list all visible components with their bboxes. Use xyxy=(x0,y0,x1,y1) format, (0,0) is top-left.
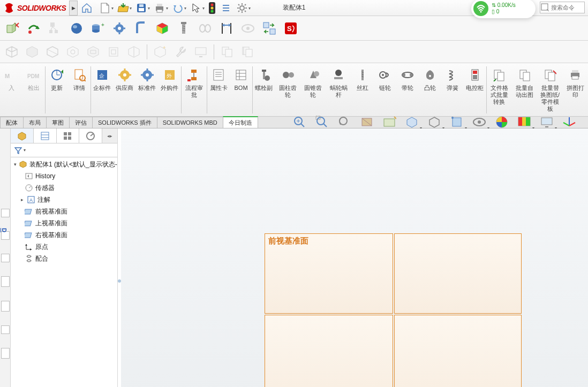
tree-node-sensor-1[interactable]: 传感器 xyxy=(11,182,117,194)
view-orient-button[interactable] xyxy=(238,18,258,39)
appearance-cube-button[interactable] xyxy=(152,18,172,39)
edit-component-button[interactable] xyxy=(2,18,22,39)
tree-node-history-0[interactable]: History xyxy=(11,170,117,182)
ribbon-print-button[interactable]: 拼图打印 xyxy=(563,63,588,117)
left-col-btn-1[interactable] xyxy=(1,209,10,217)
cube3-button[interactable] xyxy=(43,42,62,62)
ribbon-supplier-button[interactable]: 供应商 xyxy=(114,63,136,117)
feature-tree[interactable]: ▾ 装配体1 (默认<默认_显示状态-1 History传感器▸A注解前视基准面… xyxy=(11,157,117,387)
panel-tab-config[interactable] xyxy=(57,128,80,143)
undo-button[interactable]: ▾ xyxy=(169,1,187,16)
sweep-button[interactable] xyxy=(131,18,151,39)
tree-node-plane-5[interactable]: 右视基准面 xyxy=(11,229,117,241)
ribbon-purchased-button[interactable]: 外外购件 xyxy=(159,63,181,117)
cube1-button[interactable] xyxy=(2,42,21,62)
ribbon-attr-button[interactable]: 属性卡 xyxy=(207,63,230,117)
tree-filter[interactable]: ▾ xyxy=(11,143,117,157)
replace-button[interactable] xyxy=(259,18,280,39)
ribbon-bolt-button[interactable]: 螺栓副 xyxy=(253,63,275,117)
panel-tab-property[interactable] xyxy=(34,128,57,143)
home-button[interactable] xyxy=(78,1,96,16)
left-col-btn-6[interactable] xyxy=(1,325,10,334)
fastener-button[interactable] xyxy=(174,18,194,39)
open-button[interactable]: ▾ xyxy=(114,1,132,16)
tree-root[interactable]: ▾ 装配体1 (默认<默认_显示状态-1 xyxy=(11,158,117,170)
network-status-pill[interactable]: ⇅ 0.00K/s ▯ 0 xyxy=(471,0,536,18)
cube7-button[interactable] xyxy=(124,42,144,62)
cube2-button[interactable] xyxy=(22,42,42,62)
round-part-button[interactable]: + xyxy=(88,18,108,39)
print-button[interactable]: ▾ xyxy=(150,1,169,16)
cm-tab-6[interactable]: 今日制造 xyxy=(223,116,258,128)
ribbon-ecab-button[interactable]: 电控柜 xyxy=(464,63,486,117)
ribbon-std-part-button[interactable]: 标准件 xyxy=(136,63,159,117)
tree-node-mates-7[interactable]: 配合 xyxy=(11,253,117,264)
dimension-button[interactable] xyxy=(216,18,237,39)
reference-plane-grid[interactable]: 前视基准面 xyxy=(265,233,522,387)
cm-tab-2[interactable]: 草图 xyxy=(46,117,70,128)
panel-tab-arrows[interactable]: ◂▸ xyxy=(102,128,117,143)
copy-button[interactable] xyxy=(217,42,237,62)
cube4-button[interactable] xyxy=(63,42,82,62)
ribbon-fmt-button[interactable]: 文件格式批量转换 xyxy=(487,63,512,117)
ribbon-chain-button[interactable]: 链轮 xyxy=(374,63,396,117)
ribbon-auto-drw-button[interactable]: 批量自动出图 xyxy=(512,63,537,117)
ribbon-pdm-in-button[interactable]: M入 xyxy=(0,63,22,117)
gear-part-button[interactable] xyxy=(109,18,130,39)
left-col-btn-3[interactable] xyxy=(1,254,10,262)
ribbon-flow-button[interactable]: 流程审批 xyxy=(182,63,207,117)
save-button[interactable]: ▾ xyxy=(132,1,150,16)
left-col-btn-5[interactable] xyxy=(1,301,10,312)
assembly-feature-button[interactable] xyxy=(45,18,65,39)
ribbon-spring-button[interactable]: 弹簧 xyxy=(441,63,464,117)
cm-tab-3[interactable]: 评估 xyxy=(69,117,93,128)
rebuild-button[interactable] xyxy=(24,18,44,39)
menu-expand-button[interactable]: ▶ xyxy=(69,1,78,16)
left-col-btn-2[interactable] xyxy=(1,231,10,240)
panel-tab-dim[interactable] xyxy=(79,128,102,143)
command-search-input[interactable] xyxy=(550,4,581,11)
sphere-button[interactable] xyxy=(66,18,87,39)
ribbon-belt-button[interactable]: 带轮 xyxy=(396,63,419,117)
traffic-light-button[interactable] xyxy=(205,1,219,16)
monitor-button[interactable] xyxy=(191,42,210,62)
svg-rect-171 xyxy=(25,209,32,214)
tree-node-origin-6[interactable]: 原点 xyxy=(11,241,117,253)
ribbon-tpl-button[interactable]: 批量替换图纸/零件模板 xyxy=(537,63,562,117)
ribbon-detail-button[interactable]: 详情 xyxy=(68,63,91,117)
ribbon-cone-gear-button[interactable]: 圆锥齿轮 xyxy=(300,63,326,117)
cm-tab-4[interactable]: SOLIDWORKS 插件 xyxy=(92,117,157,128)
ribbon-cyl-gear-button[interactable]: 圆柱齿轮 xyxy=(275,63,300,117)
chain-button[interactable] xyxy=(195,18,215,39)
ribbon-screw-button[interactable]: 丝杠 xyxy=(351,63,374,117)
options-button[interactable]: ▾ xyxy=(233,1,251,16)
sw-addin-button[interactable]: S xyxy=(281,18,301,39)
left-col-btn-4[interactable] xyxy=(1,276,10,287)
ribbon-worm-button[interactable]: 蜗轮蜗杆 xyxy=(326,63,351,117)
ribbon-bom-button[interactable]: BOM xyxy=(230,63,252,117)
cm-tab-1[interactable]: 布局 xyxy=(23,117,47,128)
wrench-button[interactable] xyxy=(171,42,190,62)
left-col-btn-7[interactable] xyxy=(1,348,10,359)
cube6-button[interactable] xyxy=(104,42,123,62)
new-button[interactable]: ▾ xyxy=(96,1,114,16)
magic-cube-button[interactable]: ✦ xyxy=(150,42,170,62)
ribbon-cam-button[interactable]: 凸轮 xyxy=(419,63,441,117)
paste-button[interactable] xyxy=(238,42,257,62)
tree-node-annot-2[interactable]: ▸A注解 xyxy=(11,194,117,206)
command-search[interactable] xyxy=(540,2,585,13)
panel-tab-feature-tree[interactable] xyxy=(11,128,34,143)
graphics-viewport[interactable]: 前视基准面 Y xyxy=(121,128,588,387)
tree-node-plane-4[interactable]: 上视基准面 xyxy=(11,217,117,229)
cm-tab-0[interactable]: 配体 xyxy=(0,117,24,128)
list-button[interactable] xyxy=(219,1,233,16)
svg-rect-158 xyxy=(41,132,49,140)
tree-node-plane-3[interactable]: 前视基准面 xyxy=(11,206,117,217)
svg-point-29 xyxy=(73,25,77,28)
ribbon-pdm-out-button[interactable]: PDM检出 xyxy=(22,63,45,117)
ribbon-update-button[interactable]: 更新 xyxy=(46,63,68,117)
cm-tab-5[interactable]: SOLIDWORKS MBD xyxy=(157,117,223,128)
select-button[interactable]: ▾ xyxy=(187,1,205,16)
ribbon-ent-std-button[interactable]: 企企标件 xyxy=(91,63,114,117)
cube5-button[interactable] xyxy=(84,42,103,62)
